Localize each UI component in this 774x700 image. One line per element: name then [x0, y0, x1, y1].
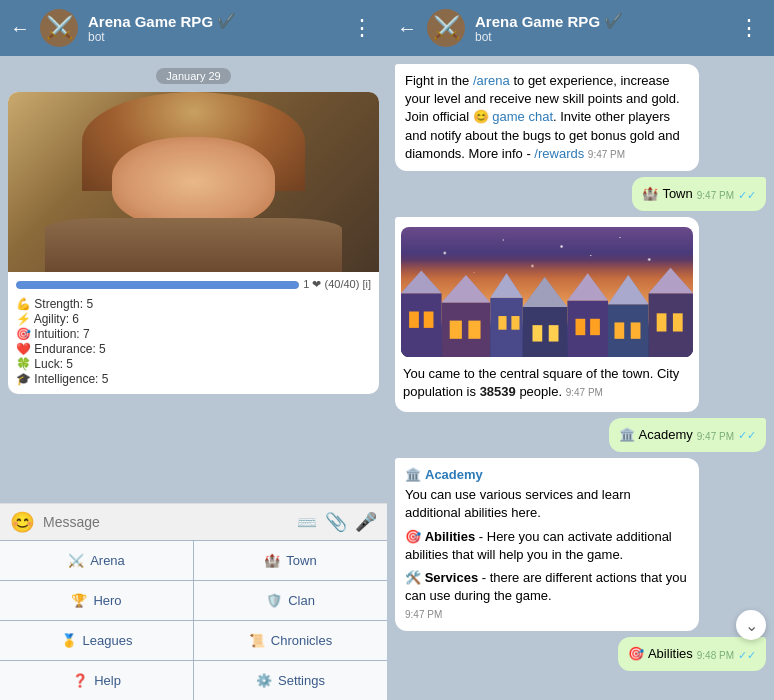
back-button-right[interactable]: ←	[397, 17, 417, 40]
svg-rect-0	[401, 293, 442, 357]
header-info-right: Arena Game RPG ✔️ bot	[475, 12, 734, 44]
svg-rect-22	[614, 323, 624, 339]
menu-button-right[interactable]: ⋮	[734, 15, 764, 41]
svg-marker-30	[490, 273, 522, 298]
chat-title-right: Arena Game RPG	[475, 13, 600, 30]
header-title-right: Arena Game RPG ✔️	[475, 12, 734, 30]
right-panel: ← ⚔️ Arena Game RPG ✔️ bot ⋮ Fight in th…	[387, 0, 774, 700]
stat-agility: ⚡ Agility: 6	[16, 312, 371, 326]
left-panel: ← ⚔️ Arena Game RPG ✔️ bot ⋮ January 29	[0, 0, 387, 700]
town-svg	[401, 266, 693, 357]
svg-marker-31	[523, 277, 568, 307]
outgoing-abilities-wrapper: 🎯 Abilities 9:48 PM ✓✓	[395, 637, 766, 671]
msg-time-arena: 9:47 PM	[588, 149, 625, 160]
ability-services: 🛠️ Services - there are different action…	[405, 569, 689, 605]
outgoing-town-wrapper: 🏰 Town 9:47 PM ✓✓	[395, 177, 766, 211]
message-input-left[interactable]	[43, 514, 289, 530]
stat-intelligence: 🎓 Intelligence: 5	[16, 372, 371, 386]
grid-btn-arena[interactable]: ⚔️ Arena	[0, 541, 193, 580]
back-button-left[interactable]: ←	[10, 17, 30, 40]
grid-btn-chronicles[interactable]: 📜 Chronicles	[194, 621, 387, 660]
left-chat-area: January 29 1 ❤ (40/40) [i] 💪 Strength: 5…	[0, 56, 387, 503]
stat-endurance: ❤️ Endurance: 5	[16, 342, 371, 356]
svg-rect-16	[567, 301, 608, 357]
academy-label: 🏛️ Academy	[405, 466, 689, 484]
town-image	[401, 227, 693, 357]
grid-btn-leagues[interactable]: 🥇 Leagues	[0, 621, 193, 660]
help-icon: ❓	[72, 673, 88, 688]
svg-rect-12	[523, 307, 568, 357]
header-title-left: Arena Game RPG ✔️	[88, 12, 347, 30]
character-card: 1 ❤ (40/40) [i] 💪 Strength: 5 ⚡ Agility:…	[8, 92, 379, 394]
grid-btn-town[interactable]: 🏰 Town	[194, 541, 387, 580]
msg-time-town-out: 9:47 PM	[697, 189, 734, 203]
grid-btn-hero[interactable]: 🏆 Hero	[0, 581, 193, 620]
msg-arena-info: Fight in the /arena to get experience, i…	[395, 64, 699, 171]
svg-marker-29	[442, 275, 491, 302]
char-face-skin	[112, 137, 275, 227]
svg-rect-3	[424, 312, 434, 328]
svg-rect-4	[442, 303, 491, 358]
svg-rect-24	[649, 293, 694, 357]
grid-btn-clan[interactable]: 🛡️ Clan	[194, 581, 387, 620]
msg-ticks-academy: ✓✓	[738, 428, 756, 443]
menu-button-left[interactable]: ⋮	[347, 15, 377, 41]
chronicles-icon: 📜	[249, 633, 265, 648]
arena-icon: ⚔️	[68, 553, 84, 568]
verified-icon-right: ✔️	[604, 12, 623, 30]
svg-marker-34	[649, 268, 694, 293]
keyboard-button-left[interactable]: ⌨️	[297, 513, 317, 532]
stats-grid: 💪 Strength: 5 ⚡ Agility: 6 🎯 Intuition: …	[8, 293, 379, 394]
emoji-button-left[interactable]: 😊	[10, 510, 35, 534]
msg-outgoing-abilities: 🎯 Abilities 9:48 PM ✓✓	[618, 637, 766, 671]
health-bar-bg	[16, 281, 299, 289]
stat-luck: 🍀 Luck: 5	[16, 357, 371, 371]
date-separator: January 29	[156, 68, 230, 84]
attach-button-left[interactable]: 📎	[325, 511, 347, 533]
scroll-down-button[interactable]: ⌄	[736, 610, 766, 640]
health-bar-row: 1 ❤ (40/40) [i]	[8, 272, 379, 293]
button-grid: ⚔️ Arena 🏰 Town 🏆 Hero 🛡️ Clan 🥇 Leagues…	[0, 540, 387, 700]
header-subtitle-left: bot	[88, 30, 347, 44]
chat-title-left: Arena Game RPG	[88, 13, 213, 30]
svg-rect-27	[673, 313, 683, 331]
hero-icon: 🏆	[71, 593, 87, 608]
svg-rect-11	[511, 316, 519, 330]
verified-icon-left: ✔️	[217, 12, 236, 30]
msg-town-image: You came to the central square of the to…	[395, 217, 699, 411]
msg-outgoing-town: 🏰 Town 9:47 PM ✓✓	[632, 177, 766, 211]
mic-button-left[interactable]: 🎤	[355, 511, 377, 533]
input-area-left: 😊 ⌨️ 📎 🎤	[0, 503, 387, 540]
svg-rect-19	[590, 319, 600, 335]
header-info-left: Arena Game RPG ✔️ bot	[88, 12, 347, 44]
svg-rect-26	[657, 313, 667, 331]
svg-rect-18	[576, 319, 586, 335]
stat-intuition: 🎯 Intuition: 7	[16, 327, 371, 341]
town-icon: 🏰	[264, 553, 280, 568]
grid-btn-settings[interactable]: ⚙️ Settings	[194, 661, 387, 700]
svg-marker-32	[567, 273, 608, 300]
avatar-left: ⚔️	[40, 9, 78, 47]
health-bar-fill	[16, 281, 299, 289]
msg-academy-info: 🏛️ Academy You can use various services …	[395, 458, 699, 632]
svg-rect-15	[549, 325, 559, 341]
academy-intro: You can use various services and learn a…	[405, 486, 689, 522]
msg-time-abilities-out: 9:48 PM	[697, 649, 734, 663]
ability-abilities: 🎯 Abilities - Here you can activate addi…	[405, 528, 689, 564]
msg-time-town-in: 9:47 PM	[566, 387, 603, 398]
svg-rect-20	[608, 304, 649, 357]
svg-rect-14	[532, 325, 542, 341]
right-chat-area: Fight in the /arena to get experience, i…	[387, 56, 774, 700]
clan-icon: 🛡️	[266, 593, 282, 608]
svg-marker-28	[401, 271, 442, 294]
outgoing-academy-wrapper: 🏛️ Academy 9:47 PM ✓✓	[395, 418, 766, 452]
avatar-right: ⚔️	[427, 9, 465, 47]
msg-time-academy-out: 9:47 PM	[697, 430, 734, 444]
grid-btn-help[interactable]: ❓ Help	[0, 661, 193, 700]
svg-rect-2	[409, 312, 419, 328]
svg-rect-23	[631, 323, 641, 339]
msg-outgoing-academy: 🏛️ Academy 9:47 PM ✓✓	[609, 418, 766, 452]
settings-icon: ⚙️	[256, 673, 272, 688]
health-info: 1 ❤ (40/40) [i]	[303, 278, 371, 291]
header-subtitle-right: bot	[475, 30, 734, 44]
